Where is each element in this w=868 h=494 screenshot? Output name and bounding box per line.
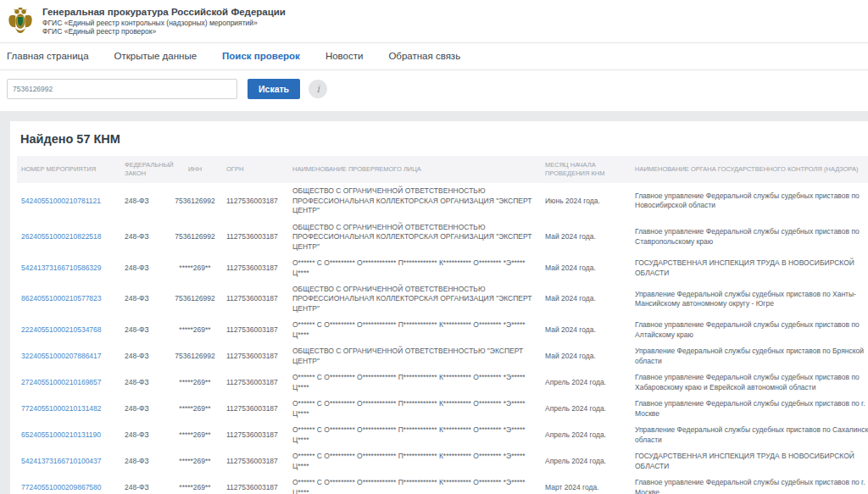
federal-law-cell: 248-ФЗ (120, 219, 168, 255)
authority-cell: Управление Федеральной службы судебных п… (631, 422, 868, 448)
federal-law-cell: 248-ФЗ (120, 317, 168, 343)
inspected-name-cell: О****** С О********* О************ П****… (288, 422, 541, 448)
table-row: 54240551000210781121 248-ФЗ 7536126992 1… (17, 183, 868, 219)
table-row: 26240551000210822518 248-ФЗ 7536126992 1… (17, 219, 868, 255)
start-month-cell: Май 2024 года. (541, 317, 631, 343)
nav-item-news[interactable]: Новости (326, 51, 364, 61)
column-header-federal-law: ФЕДЕРАЛЬНЫЙ ЗАКОН (120, 156, 168, 183)
authority-cell: Главное управление Федеральной службы су… (631, 475, 868, 494)
federal-law-cell: 248-ФЗ (120, 448, 168, 475)
inspected-name-cell: О****** С О********* О************ П****… (288, 317, 541, 343)
inn-cell: *****269** (168, 475, 222, 494)
event-number-link[interactable]: 77240551000210131482 (21, 404, 102, 413)
table-row: 65240551000210131190 248-ФЗ *****269** 1… (17, 422, 868, 448)
event-number-link[interactable]: 22240551000210534768 (21, 325, 102, 334)
search-button[interactable]: Искать (248, 79, 300, 99)
inn-cell: 7536126992 (168, 281, 222, 317)
event-number-link[interactable]: 54240551000210781121 (21, 197, 101, 205)
event-number-link[interactable]: 77240551000209867580 (21, 483, 102, 491)
authority-cell: Главное управление Федеральной службы су… (631, 183, 868, 219)
table-header-row: НОМЕР МЕРОПРИЯТИЯ ФЕДЕРАЛЬНЫЙ ЗАКОН ИНН … (17, 156, 868, 183)
inspected-name-cell: О****** С О********* О************ П****… (288, 448, 541, 475)
table-row: 54241373166710100437 248-ФЗ *****269** 1… (17, 448, 868, 475)
inn-cell: 7536126992 (168, 219, 222, 255)
federal-law-cell: 248-ФЗ (120, 396, 168, 422)
column-header-inspected-name: НАИМЕНОВАНИЕ ПРОВЕРЯЕМОГО ЛИЦА (288, 156, 541, 183)
start-month-cell: Март 2024 года. (541, 475, 631, 494)
column-header-authority: НАИМЕНОВАНИЕ ОРГАНА ГОСУДАРСТВЕННОГО КОН… (631, 156, 868, 183)
inspected-name-cell: О****** С О********* О************ П****… (288, 396, 541, 422)
nav-item-feedback[interactable]: Обратная связь (388, 51, 460, 61)
system-name-1: ФГИС «Единый реестр контрольных (надзорн… (42, 19, 286, 27)
federal-law-cell: 248-ФЗ (120, 369, 168, 396)
authority-cell: Главное управление Федеральной службы су… (631, 396, 868, 422)
nav-item-search-inspections[interactable]: Поиск проверок (222, 51, 300, 61)
info-icon[interactable]: i (309, 80, 327, 98)
system-name-2: ФГИС «Единый реестр проверок» (42, 27, 286, 36)
inspected-name-cell: ОБЩЕСТВО С ОГРАНИЧЕННОЙ ОТВЕТСТВЕННОСТЬЮ… (288, 219, 541, 255)
federal-law-cell: 248-ФЗ (120, 343, 168, 369)
inspected-name-cell: О****** С О********* О************ П****… (288, 369, 541, 396)
ogrn-cell: 1127536003187 (222, 183, 288, 219)
authority-cell: ГОСУДАРСТВЕННАЯ ИНСПЕКЦИЯ ТРУДА В НОВОСИ… (631, 255, 868, 281)
results-panel: Найдено 57 КНМ НОМЕР МЕРОПРИЯТИЯ ФЕДЕРАЛ… (10, 121, 868, 494)
inn-cell: *****269** (168, 396, 222, 422)
inn-cell: *****269** (168, 422, 222, 448)
event-number-link[interactable]: 54241373166710586329 (21, 264, 102, 272)
ogrn-cell: 1127536003187 (222, 219, 288, 255)
federal-law-cell: 248-ФЗ (120, 281, 168, 317)
start-month-cell: Апрель 2024 года. (541, 448, 631, 475)
column-header-start-month: МЕСЯЦ НАЧАЛА ПРОВЕДЕНИЯ КНМ (541, 156, 631, 183)
event-number-link[interactable]: 26240551000210822518 (21, 232, 102, 241)
authority-cell: Главное управление Федеральной службы су… (631, 369, 868, 396)
results-table-body: 54240551000210781121 248-ФЗ 7536126992 1… (17, 183, 868, 494)
table-row: 77240551000210131482 248-ФЗ *****269** 1… (17, 396, 868, 422)
search-input[interactable] (7, 79, 237, 99)
column-header-ogrn: ОГРН (222, 156, 288, 183)
inn-cell: *****269** (168, 369, 222, 396)
search-section: Искать i (0, 70, 868, 111)
org-name: Генеральная прокуратура Российской Федер… (42, 7, 286, 19)
federal-law-cell: 248-ФЗ (120, 183, 168, 219)
start-month-cell: Апрель 2024 года. (541, 422, 631, 448)
table-row: 27240551000210169857 248-ФЗ *****269** 1… (17, 369, 868, 396)
table-row: 22240551000210534768 248-ФЗ *****269** 1… (17, 317, 868, 343)
authority-cell: Главное управление Федеральной службы су… (631, 219, 868, 255)
event-number-link[interactable]: 65240551000210131190 (21, 430, 101, 439)
start-month-cell: Июнь 2024 года. (541, 183, 631, 219)
site-header: Генеральная прокуратура Российской Федер… (0, 0, 868, 42)
event-number-link[interactable]: 32240551000207886417 (21, 352, 102, 360)
start-month-cell: Май 2024 года. (541, 255, 631, 281)
table-row: 77240551000209867580 248-ФЗ *****269** 1… (17, 475, 868, 494)
ogrn-cell: 1127536003187 (222, 369, 288, 396)
main-nav: Главная страница Открытые данные Поиск п… (0, 42, 868, 70)
inn-cell: 7536126992 (168, 183, 222, 219)
event-number-link[interactable]: 86240551000210577823 (21, 294, 102, 303)
nav-item-open-data[interactable]: Открытые данные (114, 51, 198, 61)
nav-item-home[interactable]: Главная страница (7, 51, 89, 61)
inspected-name-cell: ОБЩЕСТВО С ОГРАНИЧЕННОЙ ОТВЕТСТВЕННОСТЬЮ… (288, 343, 541, 369)
inspected-name-cell: О****** С О********* О************ П****… (288, 475, 541, 494)
event-number-link[interactable]: 54241373166710100437 (21, 457, 102, 465)
ogrn-cell: 1127536003187 (222, 475, 288, 494)
ogrn-cell: 1127536003187 (222, 448, 288, 475)
start-month-cell: Апрель 2024 года. (541, 396, 631, 422)
ogrn-cell: 1127536003187 (222, 422, 288, 448)
inn-cell: *****269** (168, 448, 222, 475)
inn-cell: *****269** (168, 317, 222, 343)
ogrn-cell: 1127536003187 (222, 396, 288, 422)
results-table: НОМЕР МЕРОПРИЯТИЯ ФЕДЕРАЛЬНЫЙ ЗАКОН ИНН … (17, 156, 868, 494)
start-month-cell: Май 2024 года. (541, 343, 631, 369)
table-row: 86240551000210577823 248-ФЗ 7536126992 1… (17, 281, 868, 317)
start-month-cell: Апрель 2024 года. (541, 369, 631, 396)
prosecutor-emblem-icon (7, 6, 34, 36)
event-number-link[interactable]: 27240551000210169857 (21, 378, 102, 386)
authority-cell: Управление Федеральной службы судебных п… (631, 343, 868, 369)
authority-cell: Главное управление Федеральной службы су… (631, 317, 868, 343)
column-header-event-number: НОМЕР МЕРОПРИЯТИЯ (17, 156, 120, 183)
results-count-title: Найдено 57 КНМ (20, 132, 860, 146)
inn-cell: *****269** (168, 255, 222, 281)
authority-cell: ГОСУДАРСТВЕННАЯ ИНСПЕКЦИЯ ТРУДА В НОВОСИ… (631, 448, 868, 475)
inn-cell: 7536126992 (168, 343, 222, 369)
federal-law-cell: 248-ФЗ (120, 422, 168, 448)
